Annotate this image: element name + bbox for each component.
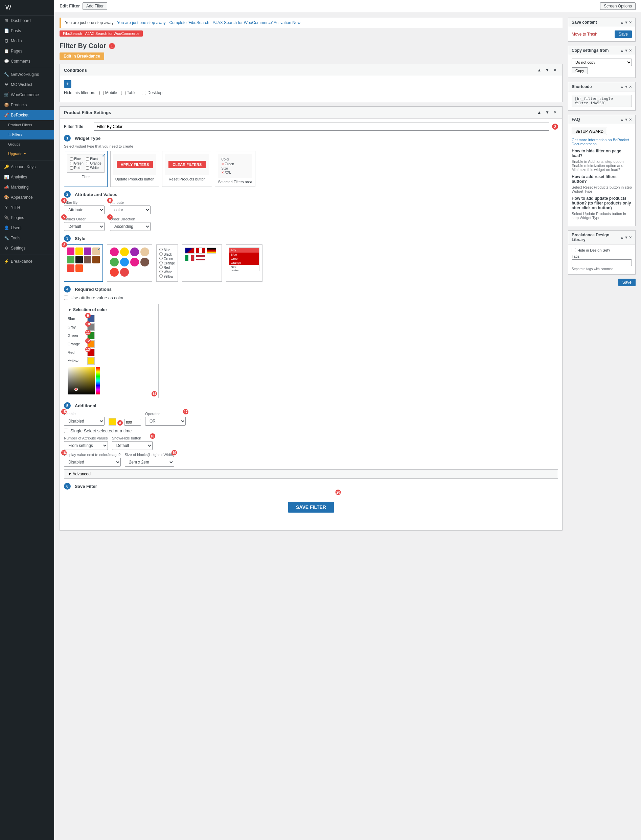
advanced-toggle-button[interactable]: ▼ Advanced bbox=[64, 469, 558, 479]
display-value-select[interactable]: Disabled bbox=[64, 458, 121, 467]
hide-mobile-checkbox[interactable] bbox=[100, 91, 104, 95]
hide-in-design-set-label[interactable]: Hide in Design Set? bbox=[572, 248, 632, 252]
attribute-select[interactable]: color bbox=[110, 205, 151, 214]
save-filter-wrapper: SAVE FILTER 20 bbox=[284, 492, 338, 522]
sidebar-item-settings[interactable]: ⚙ Settings bbox=[0, 243, 54, 253]
sidebar-item-yith[interactable]: Y YITH bbox=[0, 202, 54, 213]
conditions-close[interactable]: ✕ bbox=[552, 67, 558, 73]
widget-card-filter[interactable]: ✓ Blue Black Green Orange Re bbox=[64, 151, 108, 187]
hide-tablet-label[interactable]: Tablet bbox=[121, 90, 138, 95]
breakdance-icon: ⚡ bbox=[4, 259, 9, 264]
size-blocks-select[interactable]: 2em x 2em bbox=[125, 458, 174, 467]
color-selection-box: ▼ Selection of color Blue 9 bbox=[64, 304, 159, 398]
copy-button[interactable]: Copy bbox=[572, 67, 588, 74]
side-save-button-bottom[interactable]: Save bbox=[618, 279, 636, 286]
num-values-select[interactable]: From settings bbox=[64, 441, 108, 450]
design-library-close[interactable]: ✕ bbox=[629, 235, 632, 240]
conditions-collapse-down[interactable]: ▼ bbox=[544, 67, 551, 73]
sidebar-item-product-filters[interactable]: Product Filters bbox=[0, 120, 54, 130]
edit-in-breakdance-button[interactable]: Edit in Breakdance bbox=[60, 52, 104, 60]
faq-docs-link[interactable]: Get more information on BeRocket Documen… bbox=[572, 138, 632, 146]
copy-settings-down[interactable]: ▼ bbox=[625, 48, 628, 53]
sidebar-item-comments[interactable]: 💬 Comments bbox=[0, 56, 54, 66]
save-filter-button[interactable]: SAVE FILTER bbox=[288, 502, 334, 513]
move-to-trash-link[interactable]: Move to Trash bbox=[572, 32, 598, 37]
activation-link[interactable]: You are just one step away - Complete 'F… bbox=[117, 20, 300, 25]
color-swatch-preview[interactable] bbox=[109, 418, 116, 426]
sidebar-item-users[interactable]: 👤 Users bbox=[0, 223, 54, 233]
shortcode-down[interactable]: ▼ bbox=[625, 85, 628, 89]
design-library-up[interactable]: ▲ bbox=[620, 235, 624, 240]
sidebar-item-plugins[interactable]: 🔌 Plugins bbox=[0, 213, 54, 223]
style-thumb-5[interactable]: Any Blue Green Orange Red White Yellow bbox=[226, 244, 263, 282]
sidebar-item-filters[interactable]: ↳ Filters bbox=[0, 130, 54, 139]
hide-desktop-checkbox[interactable] bbox=[142, 91, 146, 95]
order-direction-select[interactable]: Ascending bbox=[110, 222, 151, 231]
save-button[interactable]: Save bbox=[615, 31, 632, 38]
sidebar-item-tools[interactable]: 🔧 Tools bbox=[0, 233, 54, 243]
sidebar-item-products[interactable]: 📦 Products bbox=[0, 100, 54, 110]
sidebar-item-mcwishlist[interactable]: ❤ MC Wishlist bbox=[0, 79, 54, 90]
filter-by-select[interactable]: Attribute bbox=[64, 205, 105, 214]
sidebar-item-getwoo[interactable]: 🔧 GetWooPlugins bbox=[0, 69, 54, 79]
hide-tablet-checkbox[interactable] bbox=[121, 91, 126, 95]
sidebar-item-pages[interactable]: 📋 Pages bbox=[0, 46, 54, 56]
sidebar-item-marketing[interactable]: 📣 Marketing bbox=[0, 182, 54, 192]
gradient-picker[interactable] bbox=[68, 367, 95, 394]
add-filter-button[interactable]: Add Filter bbox=[82, 2, 107, 10]
shortcode-up[interactable]: ▲ bbox=[620, 85, 624, 89]
widget-card-update[interactable]: APPLY FILTERS Update Products button bbox=[110, 151, 159, 187]
sidebar-item-appearance[interactable]: 🎨 Appearance bbox=[0, 192, 54, 202]
sidebar-item-breakdance[interactable]: ⚡ Breakdance bbox=[0, 256, 54, 267]
copy-settings-close[interactable]: ✕ bbox=[629, 48, 632, 53]
hide-in-design-set-checkbox[interactable] bbox=[572, 248, 576, 252]
settings-collapse-up[interactable]: ▲ bbox=[536, 109, 543, 115]
style-thumb-4[interactable] bbox=[182, 244, 222, 282]
values-order-select[interactable]: Default bbox=[64, 222, 105, 231]
style-thumb-3[interactable]: Blue Black Green Orange Red White Yellow bbox=[156, 244, 178, 282]
save-content-close[interactable]: ✕ bbox=[629, 20, 632, 25]
faq-down[interactable]: ▼ bbox=[625, 118, 628, 122]
save-content-up[interactable]: ▲ bbox=[620, 20, 624, 25]
add-condition-button[interactable]: + bbox=[64, 80, 71, 88]
style-thumb-1[interactable]: 8 ✓ bbox=[64, 244, 103, 282]
hex-input[interactable] bbox=[124, 419, 141, 426]
faq-close[interactable]: ✕ bbox=[629, 118, 632, 122]
settings-collapse-down[interactable]: ▼ bbox=[544, 109, 551, 115]
shortcode-close[interactable]: ✕ bbox=[629, 85, 632, 89]
sidebar-item-groups[interactable]: Groups bbox=[0, 139, 54, 149]
sidebar-item-posts[interactable]: 📄 Posts bbox=[0, 26, 54, 36]
single-select-checkbox[interactable] bbox=[64, 429, 68, 433]
faq-up[interactable]: ▲ bbox=[620, 118, 624, 122]
setup-wizard-button[interactable]: SETUP WIZARD bbox=[572, 128, 607, 135]
sidebar-item-analytics[interactable]: 📊 Analytics bbox=[0, 172, 54, 182]
enable-select[interactable]: Disabled bbox=[64, 417, 105, 426]
color-swatch-yellow[interactable] bbox=[87, 357, 95, 365]
save-content-down[interactable]: ▼ bbox=[625, 20, 628, 25]
hide-desktop-label[interactable]: Desktop bbox=[142, 90, 163, 95]
sidebar-item-dashboard[interactable]: ⊞ Dashboard bbox=[0, 16, 54, 26]
widget-card-selected[interactable]: Color ✕Green Size ✕XXL Selected Filters … bbox=[215, 151, 255, 187]
sidebar-item-media[interactable]: 🖼 Media bbox=[0, 36, 54, 46]
sidebar-item-account-keys[interactable]: 🔑 Account Keys bbox=[0, 162, 54, 172]
hue-slider[interactable] bbox=[96, 367, 100, 394]
show-hide-select[interactable]: Default bbox=[112, 441, 153, 450]
tags-input[interactable] bbox=[572, 259, 632, 266]
shortcode-actions: ▲ ▼ ✕ bbox=[620, 85, 632, 89]
settings-close[interactable]: ✕ bbox=[552, 109, 558, 115]
copy-from-select[interactable]: Do not copy bbox=[572, 58, 632, 66]
hide-mobile-label[interactable]: Mobile bbox=[100, 90, 117, 95]
style-thumb-2[interactable] bbox=[107, 244, 152, 282]
operator-select[interactable]: OR bbox=[145, 417, 186, 426]
widget-card-reset[interactable]: CLEAR FILTERS Reset Products button bbox=[162, 151, 212, 187]
screen-options-button[interactable]: Screen Options bbox=[600, 2, 636, 10]
filter-title-input[interactable] bbox=[94, 123, 549, 131]
copy-settings-up[interactable]: ▲ bbox=[620, 48, 624, 53]
conditions-collapse-up[interactable]: ▲ bbox=[536, 67, 543, 73]
design-library-down[interactable]: ▼ bbox=[625, 235, 628, 240]
sidebar-item-woocommerce[interactable]: 🛒 WooCommerce bbox=[0, 90, 54, 100]
use-attribute-checkbox[interactable] bbox=[64, 296, 68, 300]
marketing-icon: 📣 bbox=[4, 185, 9, 190]
sidebar-item-berocket[interactable]: 🚀 BeRocket bbox=[0, 110, 54, 120]
sidebar-item-upgrade[interactable]: Upgrade ✦ bbox=[0, 149, 54, 159]
